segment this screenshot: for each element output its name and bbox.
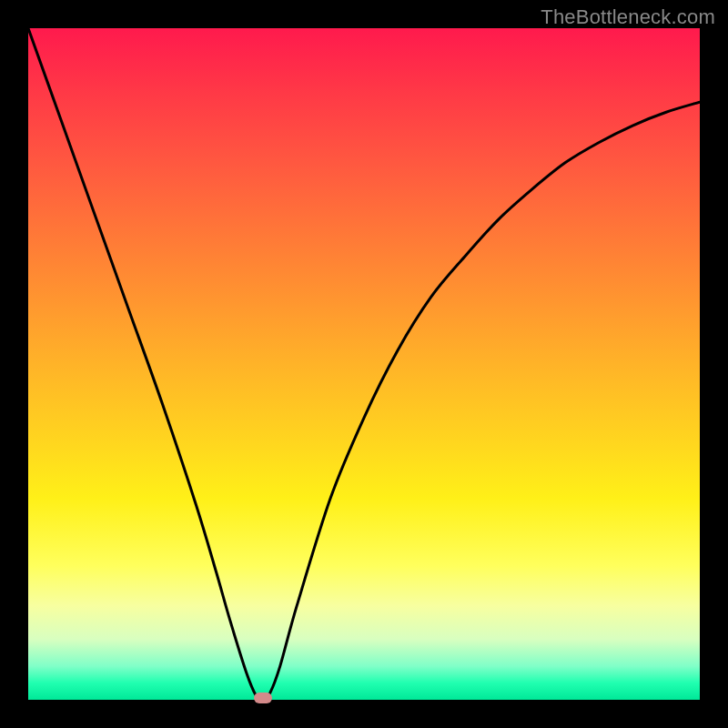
chart-frame: TheBottleneck.com	[0, 0, 728, 728]
watermark-text: TheBottleneck.com	[541, 5, 715, 29]
bottleneck-curve	[28, 28, 700, 700]
optimal-point-marker	[254, 693, 272, 703]
